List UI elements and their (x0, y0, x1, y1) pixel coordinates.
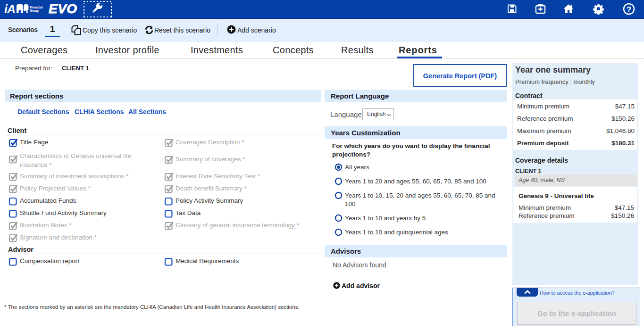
svg-text:Financial: Financial (30, 6, 43, 9)
svg-text:?: ? (627, 5, 631, 14)
svg-text:iA: iA (4, 2, 15, 16)
svg-text:Group: Group (30, 9, 39, 13)
